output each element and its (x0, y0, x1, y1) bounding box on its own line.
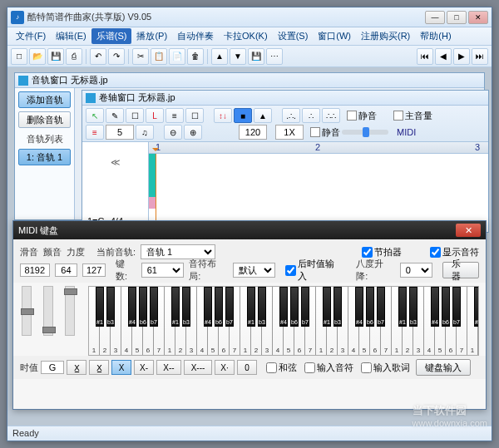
show-notes-checkbox[interactable] (430, 247, 441, 258)
slide-value[interactable]: 8192 (20, 263, 50, 277)
bar-input[interactable]: 5 (106, 125, 134, 140)
new-button[interactable]: □ (11, 48, 27, 65)
zoom-input[interactable]: 120 (239, 125, 267, 140)
zoom-in-button[interactable]: ⊕ (184, 125, 202, 140)
layout-select[interactable]: 默认 (233, 263, 275, 278)
fill-tool[interactable]: ■ (234, 108, 252, 123)
black-key[interactable]: #1 (171, 287, 180, 327)
black-key[interactable]: b6 (215, 287, 223, 327)
dur-2[interactable]: X̲ (89, 360, 109, 375)
l-tool[interactable]: L (146, 108, 164, 123)
vibrato-slider[interactable] (43, 286, 53, 336)
black-key[interactable]: b6 (139, 287, 147, 327)
menu-karaoke[interactable]: 卡拉OK(K) (219, 28, 273, 44)
dots3-tool[interactable]: ∴∴ (322, 108, 340, 123)
zoom-out-button[interactable]: ⊖ (164, 125, 182, 140)
close-button[interactable]: ✕ (468, 11, 488, 24)
add-track-button[interactable]: 添加音轨 (18, 91, 71, 108)
menu-accompany[interactable]: 自动伴奏 (172, 28, 219, 44)
velocity-value[interactable]: 127 (82, 263, 106, 277)
instrument-button[interactable]: 乐器 (442, 262, 479, 278)
box-tool[interactable]: ☐ (185, 108, 204, 123)
rect-tool[interactable]: ☐ (126, 108, 144, 123)
black-key[interactable]: #1 (474, 287, 479, 327)
black-key[interactable]: #4 (431, 287, 439, 327)
black-key[interactable]: b3 (106, 287, 115, 327)
vibrato-value[interactable]: 64 (55, 263, 78, 277)
black-key[interactable]: b3 (258, 287, 266, 327)
input-note-checkbox[interactable] (304, 362, 315, 373)
track-window-titlebar[interactable]: 音轨窗口 无标题.jp (15, 73, 484, 88)
cut-button[interactable]: ✂ (132, 48, 149, 65)
black-key[interactable]: #1 (96, 287, 104, 327)
menu-file[interactable]: 文件(F) (11, 28, 51, 44)
black-key[interactable]: b3 (333, 287, 342, 327)
tri-tool[interactable]: ▲ (254, 108, 272, 123)
black-key[interactable]: b7 (452, 287, 461, 327)
bars2-tool[interactable]: ≡ (86, 125, 104, 140)
speed-input[interactable]: 1X (275, 125, 304, 140)
black-key[interactable]: b6 (366, 287, 374, 327)
ruler[interactable]: 1 2 3 (149, 142, 488, 154)
black-key[interactable]: b6 (442, 287, 450, 327)
rewind-button[interactable]: ◀ (435, 48, 452, 65)
arrows-tool[interactable]: ↕↓ (214, 108, 232, 123)
time-value-input[interactable]: G (41, 361, 64, 374)
undo-button[interactable]: ↶ (90, 48, 106, 65)
black-key[interactable]: #4 (128, 287, 136, 327)
menu-score[interactable]: 乐谱(S) (91, 28, 132, 44)
paste-button[interactable]: 📄 (169, 48, 185, 65)
save-button[interactable]: 💾 (47, 48, 64, 65)
midi-close-button[interactable]: ✕ (456, 224, 481, 237)
dur-4[interactable]: X- (134, 360, 154, 375)
copy-button[interactable]: 📋 (151, 48, 167, 65)
chord-checkbox[interactable] (266, 362, 277, 373)
octave-select[interactable]: 0 (400, 263, 433, 278)
menu-register[interactable]: 注册购买(R) (356, 28, 415, 44)
go-end-button[interactable]: ⏭ (472, 48, 488, 65)
mute-checkbox[interactable] (347, 111, 357, 121)
keyboard-input-button[interactable]: 键盘输入 (416, 359, 471, 376)
metronome-checkbox[interactable] (362, 247, 373, 258)
dur-8[interactable]: 0 (237, 360, 257, 375)
dur-6[interactable]: X--- (184, 360, 212, 375)
down-button[interactable]: ▼ (230, 48, 246, 65)
black-key[interactable]: b7 (377, 287, 385, 327)
black-key[interactable]: #1 (247, 287, 255, 327)
play-button[interactable]: ▶ (453, 48, 470, 65)
menu-window[interactable]: 窗口(W) (313, 28, 356, 44)
black-key[interactable]: #1 (398, 287, 407, 327)
region-1[interactable] (149, 154, 156, 197)
scroll-left-icon[interactable]: ≪ (111, 157, 121, 168)
bars-tool[interactable]: ≡ (166, 108, 184, 123)
black-key[interactable]: #1 (323, 287, 331, 327)
menu-help[interactable]: 帮助(H) (415, 28, 456, 44)
black-key[interactable]: b7 (150, 287, 158, 327)
print-button[interactable]: ⎙ (66, 48, 82, 65)
track-item-1[interactable]: 1: 音轨 1 (18, 149, 71, 165)
midi-titlebar[interactable]: MIDI 键盘 ✕ (13, 221, 486, 239)
dur-5[interactable]: X-- (156, 360, 181, 375)
master-checkbox[interactable] (393, 111, 403, 121)
black-key[interactable]: #4 (279, 287, 288, 327)
menu-edit[interactable]: 编辑(E) (51, 28, 91, 44)
open-button[interactable]: 📂 (29, 48, 46, 65)
piano-keyboard[interactable]: 123456712345671234567123456712345671 #1b… (88, 286, 479, 356)
dur-1[interactable]: X̲̲ (67, 360, 86, 375)
black-key[interactable]: b7 (225, 287, 234, 327)
region-2[interactable] (149, 197, 156, 209)
go-start-button[interactable]: ⏮ (417, 48, 433, 65)
black-key[interactable]: #4 (355, 287, 363, 327)
note-tool[interactable]: ♫ (136, 125, 154, 140)
input-lyric-checkbox[interactable] (361, 362, 372, 373)
dur-7[interactable]: X· (215, 360, 235, 375)
black-key[interactable]: b7 (301, 287, 309, 327)
dots2-tool[interactable]: ∴ (302, 108, 320, 123)
keys-select[interactable]: 61 (141, 263, 184, 278)
black-key[interactable]: b3 (409, 287, 417, 327)
black-key[interactable]: b6 (290, 287, 299, 327)
black-key[interactable]: #4 (204, 287, 212, 327)
delete-button[interactable]: 🗑 (187, 48, 204, 65)
slide-slider[interactable] (22, 286, 32, 336)
redo-button[interactable]: ↷ (108, 48, 125, 65)
